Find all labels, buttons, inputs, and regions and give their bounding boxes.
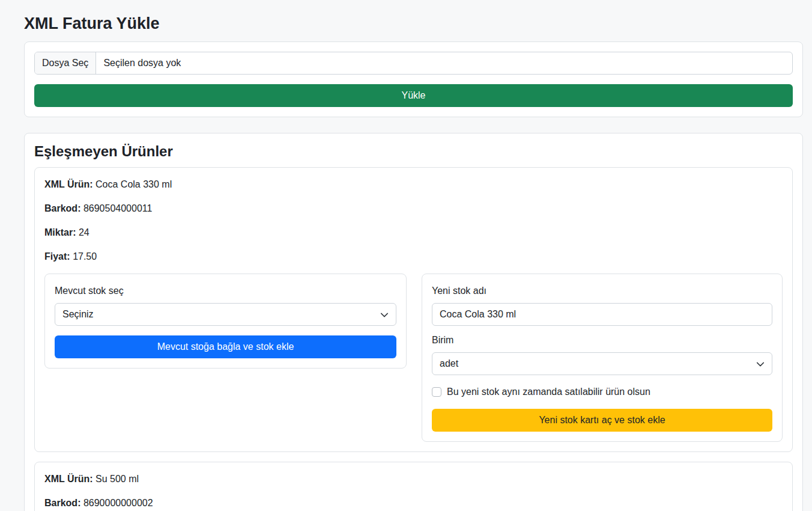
quantity-label: Miktar:	[44, 227, 76, 237]
quantity-value: 24	[79, 227, 89, 237]
stock-options-row: Mevcut stok seç Seçiniz Mevcut stoğa bağ…	[44, 274, 783, 442]
barcode-label: Barkod:	[44, 498, 80, 508]
page-title: XML Fatura Yükle	[24, 14, 812, 33]
existing-stock-panel: Mevcut stok seç Seçiniz Mevcut stoğa bağ…	[44, 274, 407, 369]
new-stock-name-input[interactable]	[432, 303, 772, 326]
barcode-value: 8690000000002	[83, 498, 153, 508]
chevron-down-icon	[756, 360, 765, 371]
barcode-label: Barkod:	[44, 203, 80, 213]
product-card: XML Ürün: Coca Cola 330 ml Barkod: 86905…	[34, 167, 793, 452]
link-existing-stock-button[interactable]: Mevcut stoğa bağla ve stok ekle	[55, 335, 396, 358]
choose-file-button[interactable]: Dosya Seç	[35, 52, 96, 74]
product-name-value: Coca Cola 330 ml	[95, 179, 172, 189]
unmatched-products-card: Eşleşmeyen Ürünler XML Ürün: Coca Cola 3…	[24, 133, 803, 511]
price-line: Fiyat: 17.50	[44, 249, 783, 264]
price-value: 17.50	[73, 251, 97, 262]
new-stock-name-label: Yeni stok adı	[432, 284, 772, 298]
unit-label: Birim	[432, 333, 772, 347]
file-input[interactable]: Dosya Seç Seçilen dosya yok	[34, 52, 793, 75]
barcode-line: Barkod: 8690504000011	[44, 201, 783, 216]
page: XML Fatura Yükle Dosya Seç Seçilen dosya…	[0, 0, 812, 511]
create-stock-card-button[interactable]: Yeni stok kartı aç ve stok ekle	[432, 409, 772, 432]
file-status-text: Seçilen dosya yok	[96, 52, 181, 74]
chevron-down-icon	[380, 311, 389, 322]
product-name-line: XML Ürün: Su 500 ml	[44, 472, 783, 486]
upload-button[interactable]: Yükle	[34, 84, 793, 107]
section-title: Eşleşmeyen Ürünler	[34, 143, 793, 160]
barcode-value: 8690504000011	[83, 203, 153, 213]
product-name-value: Su 500 ml	[95, 474, 139, 484]
barcode-line: Barkod: 8690000000002	[44, 496, 783, 510]
product-name-label: XML Ürün:	[44, 474, 93, 484]
product-name-label: XML Ürün:	[44, 179, 93, 189]
product-card: XML Ürün: Su 500 ml Barkod: 869000000000…	[34, 462, 793, 511]
sellable-checkbox[interactable]	[432, 387, 441, 397]
sellable-checkbox-label: Bu yeni stok aynı zamanda satılabilir ür…	[447, 385, 650, 399]
quantity-line: Miktar: 24	[44, 225, 783, 240]
existing-stock-select-value: Seçiniz	[62, 309, 94, 320]
sellable-checkbox-row: Bu yeni stok aynı zamanda satılabilir ür…	[432, 385, 772, 399]
existing-stock-label: Mevcut stok seç	[55, 284, 396, 298]
product-name-line: XML Ürün: Coca Cola 330 ml	[44, 177, 783, 192]
upload-card: Dosya Seç Seçilen dosya yok Yükle	[24, 41, 803, 117]
unit-select[interactable]: adet	[432, 352, 772, 375]
new-stock-panel: Yeni stok adı Birim adet Bu yeni stok ay…	[422, 274, 783, 442]
existing-stock-select[interactable]: Seçiniz	[55, 303, 396, 326]
price-label: Fiyat:	[44, 251, 70, 262]
unit-select-value: adet	[440, 358, 458, 369]
